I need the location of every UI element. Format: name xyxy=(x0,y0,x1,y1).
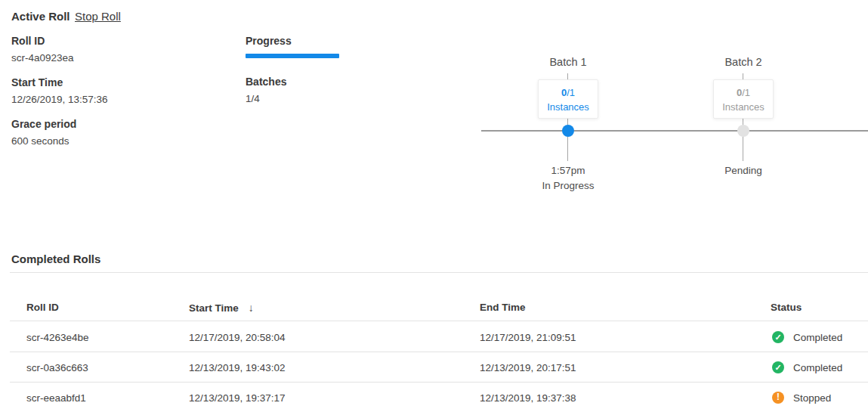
completed-rolls-title: Completed Rolls xyxy=(11,252,100,265)
table-row-end-time: 12/13/2019, 20:17:51 xyxy=(480,362,576,373)
table-row-status: Stopped xyxy=(793,392,831,404)
roll-id-label: Roll ID xyxy=(11,35,74,47)
table-row-roll-id: scr-eeaabfd1 xyxy=(26,392,86,404)
batch-1-total: /1 xyxy=(567,87,575,98)
start-time-value: 12/26/2019, 13:57:36 xyxy=(11,94,108,105)
roll-id-field: Roll ID scr-4a0923ea xyxy=(11,35,74,64)
batch-2-total: /1 xyxy=(742,87,750,98)
batch-2-name: Batch 2 xyxy=(724,56,761,68)
table-row-start-time: 12/13/2019, 19:43:02 xyxy=(189,362,286,373)
batch-1-instances-label: Instances xyxy=(547,101,589,113)
table-header-divider xyxy=(10,321,868,321)
batch-1-name: Batch 1 xyxy=(549,56,586,68)
sort-descending-icon[interactable]: ↓ xyxy=(249,302,254,314)
grace-period-value: 600 seconds xyxy=(11,135,76,147)
start-time-label: Start Time xyxy=(11,76,108,88)
batch-1-instances: 0/1 Instances xyxy=(539,85,598,114)
batches-value: 1/4 xyxy=(246,93,339,104)
column-header-status: Status xyxy=(771,302,802,313)
table-row-status: Completed xyxy=(793,362,842,373)
table-row-roll-id: scr-0a36c663 xyxy=(26,362,88,373)
batch-2-pending-dot-icon xyxy=(737,125,749,137)
table-row-start-time: 12/13/2019, 19:37:17 xyxy=(189,392,286,404)
progress-section: Progress Batches 1/4 xyxy=(246,35,339,104)
batch-2-instances-label: Instances xyxy=(722,101,765,113)
batch-1-active-dot-icon xyxy=(562,125,574,137)
table-row-end-time: 12/17/2019, 21:09:51 xyxy=(480,332,576,343)
grace-period-field: Grace period 600 seconds xyxy=(11,118,76,147)
grace-period-label: Grace period xyxy=(11,118,76,130)
batch-1-time: 1:57pm xyxy=(551,165,585,176)
progress-bar xyxy=(246,54,339,58)
active-roll-title: Active Roll xyxy=(11,10,70,23)
column-header-start-time[interactable]: Start Time↓ xyxy=(189,302,254,314)
batches-label: Batches xyxy=(246,76,339,88)
table-row-divider xyxy=(10,352,868,352)
table-row-start-time: 12/17/2019, 20:58:04 xyxy=(189,332,286,343)
batch-1-card[interactable]: 0/1 Instances xyxy=(538,79,598,119)
active-roll-page: Active Roll Stop Roll Roll ID scr-4a0923… xyxy=(0,0,868,412)
status-stopped-icon xyxy=(772,392,784,404)
batch-2-time: Pending xyxy=(724,165,762,176)
table-row-end-time: 12/13/2019, 19:37:38 xyxy=(480,392,576,404)
batch-2-card[interactable]: 0/1 Instances xyxy=(713,79,774,119)
stop-roll-link[interactable]: Stop Roll xyxy=(75,10,121,23)
table-row-status: Completed xyxy=(793,332,842,343)
column-header-end-time: End Time xyxy=(480,302,526,313)
batch-2-instances: 0/1 Instances xyxy=(714,85,773,114)
roll-id-value: scr-4a0923ea xyxy=(11,52,74,64)
batch-1-state: In Progress xyxy=(542,180,594,191)
progress-label: Progress xyxy=(246,35,339,47)
column-header-roll-id: Roll ID xyxy=(26,302,59,313)
start-time-field: Start Time 12/26/2019, 13:57:36 xyxy=(11,76,108,105)
section-divider xyxy=(10,272,868,273)
status-completed-icon xyxy=(772,331,784,343)
table-row-roll-id: scr-4263e4be xyxy=(26,332,89,343)
table-row-divider xyxy=(10,382,868,383)
status-completed-icon xyxy=(772,361,784,373)
timeline-line xyxy=(481,130,868,132)
column-header-start-time-label: Start Time xyxy=(189,302,239,314)
